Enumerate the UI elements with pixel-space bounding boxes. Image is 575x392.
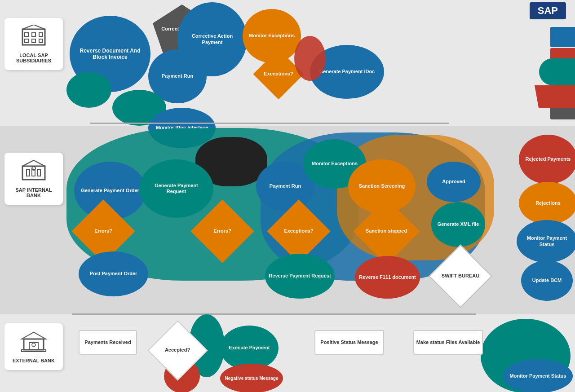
negative-status-node[interactable]: Negative ststus Message bbox=[220, 364, 283, 392]
post-payment-order-node[interactable]: Post Payment Order bbox=[79, 251, 148, 296]
errors-mid-node[interactable]: Errors? bbox=[193, 207, 252, 256]
svg-point-19 bbox=[32, 343, 35, 347]
monitor-payment-status-node[interactable]: Monitor Payment Status bbox=[517, 220, 575, 263]
swift-bureau-node[interactable]: SWIFT BUREAU bbox=[431, 249, 490, 303]
building-icon bbox=[20, 25, 47, 49]
actor-bank: $ SAP INTERNAL BANK bbox=[4, 153, 63, 205]
actor-bank-label: SAP INTERNAL BANK bbox=[11, 187, 56, 198]
bank-icon: $ bbox=[20, 159, 47, 184]
svg-rect-2 bbox=[32, 33, 35, 36]
svg-rect-4 bbox=[25, 39, 28, 43]
svg-rect-6 bbox=[39, 39, 43, 43]
svg-rect-15 bbox=[24, 339, 44, 350]
errors-left-node[interactable]: Errors? bbox=[74, 207, 133, 256]
sanction-stopped-node[interactable]: Sanction stopped bbox=[355, 207, 418, 256]
teal-right-shape bbox=[539, 58, 575, 85]
accepted-node[interactable]: Accepted? bbox=[153, 321, 202, 379]
reverse-payment-request-node[interactable]: Reverse Payment Request bbox=[265, 254, 335, 299]
exceptions-mid-node[interactable]: Exceptions? bbox=[270, 207, 328, 256]
actor-local: LOCAL SAP SUBSIDIARIES bbox=[4, 18, 63, 70]
generate-xml-node[interactable]: Generate XML file bbox=[431, 202, 485, 247]
divider-line-top bbox=[90, 123, 449, 124]
reverse-f111-node[interactable]: Reverse F111 document bbox=[355, 256, 420, 299]
actor-external: EXTERNAL BANK bbox=[4, 323, 63, 370]
rejections-node[interactable]: Rejections bbox=[519, 182, 575, 225]
actor-local-label: LOCAL SAP SUBSIDIARIES bbox=[11, 53, 56, 63]
actor-external-label: EXTERNAL BANK bbox=[13, 358, 55, 363]
divider-line-bottom bbox=[72, 313, 476, 315]
payments-received-node[interactable]: Payments Received bbox=[79, 330, 137, 355]
svg-rect-9 bbox=[27, 169, 30, 176]
update-bcm-node[interactable]: Update BCM bbox=[521, 260, 573, 301]
red-right-shape bbox=[535, 85, 575, 108]
svg-rect-3 bbox=[39, 33, 43, 36]
svg-rect-5 bbox=[32, 39, 35, 43]
svg-rect-11 bbox=[37, 169, 40, 176]
make-status-files-node[interactable]: Make status Files Available bbox=[413, 330, 483, 355]
red-blob-top bbox=[294, 36, 326, 81]
positive-status-node[interactable]: Positive Status Message bbox=[314, 330, 384, 355]
monitor-payment-status-bottom-node[interactable]: Monitor Payment Status bbox=[503, 359, 573, 392]
sap-logo: SAP bbox=[530, 2, 566, 19]
svg-marker-12 bbox=[22, 160, 45, 166]
svg-marker-17 bbox=[22, 332, 46, 339]
approved-node[interactable]: Approved bbox=[427, 162, 481, 202]
svg-rect-1 bbox=[25, 33, 28, 36]
teal-blob-top-left bbox=[66, 72, 111, 108]
rejected-payments-node[interactable]: Rejected Payments bbox=[519, 135, 575, 184]
svg-rect-18 bbox=[29, 343, 38, 350]
external-bank-icon bbox=[20, 330, 47, 354]
